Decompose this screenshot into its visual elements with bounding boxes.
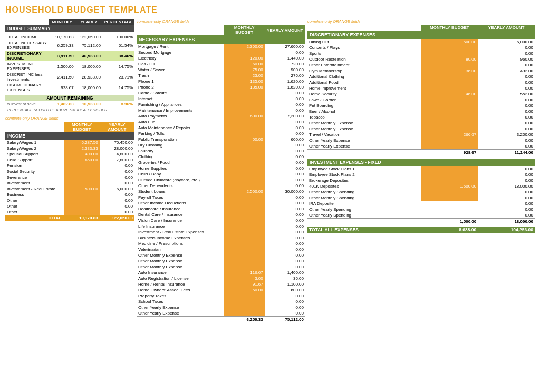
nec-row-monthly-35[interactable] — [224, 247, 265, 252]
nec-row-monthly-45[interactable] — [224, 305, 265, 310]
nec-row-monthly-4[interactable]: 75.00 — [224, 67, 265, 73]
disc-row-monthly-12[interactable] — [421, 109, 478, 114]
nec-row-monthly-3[interactable]: 60.00 — [224, 61, 265, 67]
disc-row-monthly-11[interactable] — [421, 103, 478, 109]
nec-row-monthly-7[interactable]: 135.00 — [224, 84, 265, 90]
nec-row-monthly-21[interactable] — [224, 165, 265, 171]
income-row-monthly-1[interactable]: 2,333.33 — [64, 145, 99, 151]
nec-row-monthly-26[interactable] — [224, 194, 265, 200]
inv-row-monthly-4[interactable] — [421, 189, 478, 195]
nec-row-monthly-31[interactable] — [224, 223, 265, 229]
nec-row-yearly-14: 0.00 — [265, 125, 305, 131]
nec-row-monthly-44[interactable] — [224, 299, 265, 305]
nec-yearly-header: YEARLY AMOUNT — [265, 25, 305, 35]
discret-exp-yearly: 18,000.00 — [75, 82, 102, 93]
disc-row-monthly-13[interactable] — [421, 114, 478, 120]
nec-row-yearly-8: 0.00 — [265, 90, 305, 96]
income-row-monthly-10[interactable] — [64, 198, 99, 203]
disc-row-monthly-7[interactable] — [421, 80, 478, 85]
income-row-monthly-0[interactable]: 6,287.50 — [64, 140, 99, 145]
nec-row-monthly-29[interactable] — [224, 212, 265, 218]
nec-row-monthly-22[interactable] — [224, 171, 265, 177]
disc-row-monthly-5[interactable]: 36.00 — [421, 68, 478, 74]
nec-row-monthly-33[interactable] — [224, 235, 265, 241]
disc-row-monthly-1[interactable] — [421, 45, 478, 51]
income-row-monthly-5[interactable] — [64, 169, 99, 174]
nec-row-monthly-15[interactable] — [224, 131, 265, 136]
nec-row-monthly-11[interactable] — [224, 107, 265, 113]
nec-row-yearly-36: 0.00 — [265, 252, 305, 258]
nec-row-monthly-24[interactable] — [224, 183, 265, 189]
nec-row-monthly-16[interactable]: 50.00 — [224, 136, 265, 142]
disc-row-monthly-0[interactable]: 500.00 — [421, 39, 478, 45]
nec-row-monthly-20[interactable] — [224, 160, 265, 165]
nec-row-monthly-12[interactable]: 600.00 — [224, 113, 265, 119]
nec-row-monthly-34[interactable] — [224, 241, 265, 247]
nec-row-monthly-5[interactable]: 23.00 — [224, 73, 265, 79]
nec-row-monthly-43[interactable] — [224, 293, 265, 299]
nec-row-monthly-13[interactable] — [224, 119, 265, 125]
disc-row-monthly-6[interactable] — [421, 74, 478, 80]
nec-row-monthly-1[interactable] — [224, 50, 265, 55]
disc-row-monthly-4[interactable] — [421, 62, 478, 68]
disc-row-monthly-14[interactable] — [421, 120, 478, 126]
income-row-monthly-2[interactable]: 400.00 — [64, 151, 99, 157]
income-row-monthly-4[interactable] — [64, 163, 99, 169]
disc-row-label-6: Additional Clothing — [307, 74, 421, 80]
total-nec-monthly: 6,259.33 — [49, 40, 75, 51]
nec-row-monthly-18[interactable] — [224, 148, 265, 154]
nec-row-monthly-14[interactable] — [224, 125, 265, 131]
nec-row-monthly-37[interactable] — [224, 258, 265, 264]
nec-row-monthly-23[interactable] — [224, 177, 265, 183]
nec-row-monthly-2[interactable]: 120.00 — [224, 55, 265, 61]
nec-row-monthly-25[interactable]: 2,500.00 — [224, 189, 265, 194]
nec-row-monthly-0[interactable]: 2,300.00 — [224, 44, 265, 50]
nec-row-monthly-30[interactable] — [224, 218, 265, 223]
disc-row-monthly-17[interactable] — [421, 138, 478, 143]
nec-row-monthly-6[interactable]: 135.00 — [224, 79, 265, 84]
inv-row-monthly-0[interactable] — [421, 166, 478, 172]
nec-row-label-26: Payroll Taxes — [137, 194, 224, 200]
disc-row-monthly-3[interactable]: 80.00 — [421, 56, 478, 62]
income-row-monthly-6[interactable] — [64, 174, 99, 180]
nec-row-monthly-36[interactable] — [224, 252, 265, 258]
nec-row-monthly-38[interactable] — [224, 264, 265, 270]
inv-row-monthly-1[interactable] — [421, 172, 478, 178]
income-row-monthly-8[interactable]: 500.00 — [64, 186, 99, 192]
nec-row-monthly-39[interactable]: 116.67 — [224, 270, 265, 276]
nec-row-monthly-9[interactable] — [224, 96, 265, 102]
inv-row-monthly-2[interactable] — [421, 178, 478, 183]
disc-row-monthly-9[interactable]: 46.00 — [421, 91, 478, 97]
nec-row-label-28: Healthcare / Insurance — [137, 206, 224, 212]
total-income-label: TOTAL INCOME — [5, 34, 49, 40]
inv-row-yearly-5: 0.00 — [478, 195, 535, 201]
disc-row-monthly-8[interactable] — [421, 85, 478, 91]
disc-row-monthly-15[interactable] — [421, 126, 478, 132]
nec-row-monthly-32[interactable] — [224, 229, 265, 235]
inv-row-monthly-5[interactable] — [421, 195, 478, 201]
nec-row-monthly-17[interactable] — [224, 142, 265, 148]
disc-row-monthly-16[interactable]: 266.67 — [421, 132, 478, 138]
nec-row-monthly-19[interactable] — [224, 154, 265, 160]
nec-row-monthly-41[interactable]: 91.67 — [224, 281, 265, 287]
disc-row-monthly-10[interactable] — [421, 97, 478, 103]
nec-row-monthly-42[interactable]: 50.00 — [224, 287, 265, 293]
budget-summary: MONTHLY YEARLY PERCENTAGE BUDGET SUMMARY… — [5, 19, 134, 113]
nec-row-monthly-8[interactable] — [224, 90, 265, 96]
nec-row-monthly-46[interactable] — [224, 310, 265, 317]
disc-row-monthly-18[interactable] — [421, 143, 478, 150]
disc-row-monthly-2[interactable] — [421, 51, 478, 56]
inv-row-monthly-3[interactable]: 1,500.00 — [421, 183, 478, 189]
income-row-monthly-9[interactable] — [64, 192, 99, 198]
income-row-monthly-3[interactable]: 650.00 — [64, 157, 99, 163]
inv-row-yearly-2: 0.00 — [478, 178, 535, 183]
nec-row-monthly-40[interactable]: 3.00 — [224, 276, 265, 281]
income-row-monthly-12[interactable] — [64, 209, 99, 215]
nec-row-monthly-10[interactable] — [224, 102, 265, 107]
nec-row-monthly-28[interactable] — [224, 206, 265, 212]
income-row-monthly-7[interactable] — [64, 180, 99, 186]
nec-row-monthly-27[interactable] — [224, 200, 265, 206]
income-row-monthly-11[interactable] — [64, 203, 99, 209]
disc-row-yearly-11: 0.00 — [478, 103, 535, 109]
disc-row-label-3: Outdoor Recreation — [307, 56, 421, 62]
